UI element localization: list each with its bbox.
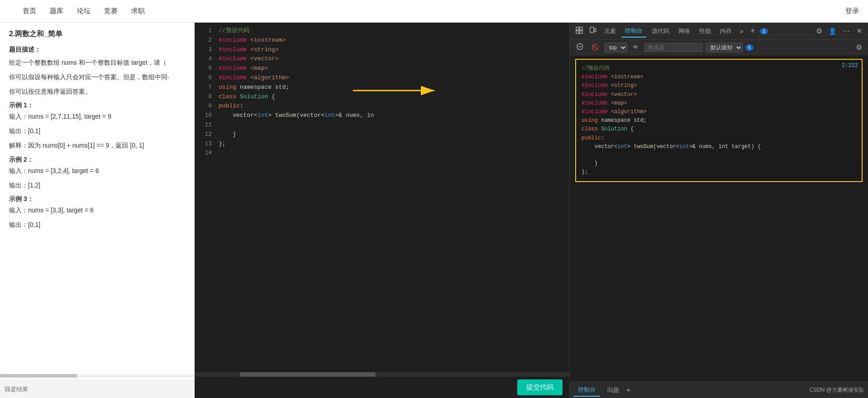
nav-login[interactable]: 登录 xyxy=(845,7,859,15)
code-line-13: 13 }; xyxy=(195,139,569,149)
code-line-9: 9 public: xyxy=(195,101,569,111)
editor-panel: 1 //预设代码 2 #include <iostream> 3 #includ… xyxy=(195,23,569,398)
scrollbar-thumb xyxy=(0,374,77,378)
problem-note2: 你可以按任意顺序返回答案。 xyxy=(9,86,186,97)
preview-line-comment: //预设代码 xyxy=(582,64,856,73)
nav-home[interactable]: 首页 xyxy=(23,5,36,18)
preview-line-13: }; xyxy=(582,168,856,177)
example1-label: 示例 1： xyxy=(9,101,186,110)
problem-scrollbar-h[interactable] xyxy=(0,374,195,378)
filter-input[interactable] xyxy=(644,43,703,52)
problem-bottom-bar: 我是结果 xyxy=(0,380,195,398)
code-line-12: 12 } xyxy=(195,130,569,139)
submit-button[interactable]: 提交代码 xyxy=(517,379,563,395)
add-bottom-tab-icon[interactable]: + xyxy=(626,386,630,394)
svg-rect-8 xyxy=(594,29,596,32)
brand-text: CSDN @大桑树保安队 xyxy=(809,386,864,394)
example3-label: 示例 3： xyxy=(9,195,186,203)
example1-explain: 解释：因为 nums[0] + nums[1] == 9，返回 [0, 1] xyxy=(9,140,186,151)
code-line-14: 14 xyxy=(195,149,569,158)
nav-problems[interactable]: 题库 xyxy=(50,5,63,18)
eye-icon[interactable]: 👁 xyxy=(630,43,641,52)
console-settings-icon[interactable]: ⚙ xyxy=(854,42,864,53)
problem-description: 给定一个整数数组 nums 和一个整数目标值 target，请（ xyxy=(9,58,186,68)
block-icon[interactable]: 🚫 xyxy=(589,43,601,52)
code-line-5: 5 #include <map> xyxy=(195,64,569,73)
preview-line-7: using namespace std; xyxy=(582,116,856,125)
tab-performance[interactable]: 性能 xyxy=(696,25,715,37)
code-line-2: 2 #include <iostream> xyxy=(195,36,569,45)
code-line-10: 10 vector<int> twoSum(vector<int>& nums,… xyxy=(195,111,569,120)
editor-scrollbar[interactable] xyxy=(195,372,569,377)
preview-line-3: #include <string> xyxy=(582,82,856,90)
top-nav: 首页 题库 论坛 竞赛 求职 登录 xyxy=(0,0,868,23)
devtools-code-area: 2:222 //预设代码 #include <iostream> #includ… xyxy=(570,55,868,382)
tab-sources[interactable]: 源代码 xyxy=(648,25,673,37)
profile-icon[interactable]: 👤 xyxy=(826,26,839,36)
problem-title: 2.两数之和_简单 xyxy=(9,29,186,39)
nav-forum[interactable]: 论坛 xyxy=(77,5,91,18)
code-line-3: 3 #include <string> xyxy=(195,45,569,55)
devtools-top-bar: 元素 控制台 源代码 网络 性能 内存 » + 5 ⚙ 👤 ⋯ ✕ xyxy=(570,23,868,40)
preview-line-12: } xyxy=(582,159,856,168)
more-options-icon[interactable]: ⋯ xyxy=(840,25,852,37)
example3-input: 输入：nums = [3,3], target = 6 xyxy=(9,205,186,216)
line-ref: 2:222 xyxy=(842,62,858,70)
code-line-6: 6 #include <algorithm> xyxy=(195,73,569,83)
preview-line-11 xyxy=(582,151,856,159)
console-badge: 5 xyxy=(745,44,754,51)
device-icon[interactable] xyxy=(587,25,599,37)
example2-input: 输入：nums = [3,2,4], target = 6 xyxy=(9,166,186,177)
example2-output: 输出：[1,2] xyxy=(9,180,186,191)
tab-network[interactable]: 网络 xyxy=(675,25,694,37)
inspect-icon[interactable] xyxy=(573,25,585,37)
main-area: 2.两数之和_简单 题目描述： 给定一个整数数组 nums 和一个整数目标值 t… xyxy=(0,23,868,398)
nav-contest[interactable]: 竞赛 xyxy=(104,5,118,18)
problem-section-title: 题目描述： xyxy=(9,46,186,54)
code-line-11: 11 xyxy=(195,120,569,130)
code-line-8: 8 class Solution { xyxy=(195,92,569,102)
preview-line-9: public: xyxy=(582,134,856,143)
tab-elements[interactable]: 元素 xyxy=(601,25,620,37)
svg-point-7 xyxy=(591,32,592,33)
tab-memory[interactable]: 内存 xyxy=(716,25,735,37)
error-badge: 5 xyxy=(760,28,768,34)
preview-line-6: #include <algorithm> xyxy=(582,108,856,116)
code-preview-box: 2:222 //预设代码 #include <iostream> #includ… xyxy=(575,59,863,182)
example2-label: 示例 2： xyxy=(9,156,186,164)
editor-content[interactable]: 1 //预设代码 2 #include <iostream> 3 #includ… xyxy=(195,23,569,372)
bottom-tab-console[interactable]: 控制台 xyxy=(573,384,600,397)
editor-scrollbar-thumb xyxy=(240,372,376,377)
example1-input: 输入：nums = [2,7,11,15], target = 9 xyxy=(9,111,186,122)
code-line-4: 4 #include <vector> xyxy=(195,54,569,64)
svg-rect-2 xyxy=(576,27,579,30)
submit-area: 提交代码 xyxy=(195,377,569,398)
tab-overflow[interactable]: » xyxy=(737,26,746,37)
preview-line-2: #include <iostream> xyxy=(582,73,856,82)
tab-console[interactable]: 控制台 xyxy=(621,25,646,38)
close-icon[interactable]: ✕ xyxy=(854,25,864,37)
clear-console-icon[interactable] xyxy=(573,42,586,53)
svg-rect-4 xyxy=(576,31,579,34)
problem-note1: 你可以假设每种输入只会对应一个答案。但是，数组中同· xyxy=(9,72,186,83)
preview-line-8: class Solution { xyxy=(582,125,856,134)
devtools-bottom-tabs: 控制台 问题 + CSDN @大桑树保安队 xyxy=(570,382,868,398)
bottom-bar-text: 我是结果 xyxy=(5,385,28,393)
settings-icon[interactable]: ⚙ xyxy=(814,25,825,37)
nav-jobs[interactable]: 求职 xyxy=(131,5,145,18)
level-select[interactable]: 默认级别 xyxy=(706,43,743,53)
nav-items: 首页 题库 论坛 竞赛 求职 xyxy=(23,5,845,18)
top-context-select[interactable]: top xyxy=(604,43,627,53)
add-tab-button[interactable]: + xyxy=(748,26,758,36)
preview-line-5: #include <map> xyxy=(582,99,856,108)
code-line-1: 1 //预设代码 xyxy=(195,26,569,36)
devtools-panel: 元素 控制台 源代码 网络 性能 内存 » + 5 ⚙ 👤 ⋯ ✕ xyxy=(569,23,868,398)
code-line-7: 7 using namespace std; xyxy=(195,83,569,92)
bottom-tab-problems[interactable]: 问题 xyxy=(603,384,624,396)
preview-line-10: vector<int> twoSum(vector<int>& nums, in… xyxy=(582,143,856,151)
svg-rect-3 xyxy=(580,27,582,30)
devtools-second-bar: 🚫 top 👁 默认级别 5 ⚙ xyxy=(570,40,868,55)
example1-output: 输出：[0,1] xyxy=(9,126,186,137)
problem-panel: 2.两数之和_简单 题目描述： 给定一个整数数组 nums 和一个整数目标值 t… xyxy=(0,23,195,398)
preview-line-4: #include <vector> xyxy=(582,91,856,99)
